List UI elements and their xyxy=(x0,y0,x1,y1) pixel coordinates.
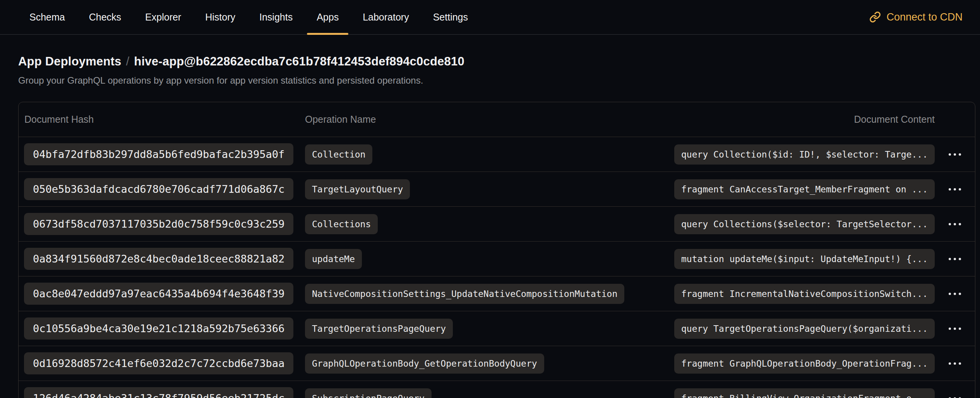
tab-settings[interactable]: Settings xyxy=(421,0,480,34)
document-content-cell: fragment GraphQLOperationBody_OperationF… xyxy=(671,353,935,374)
row-menu-button[interactable] xyxy=(935,207,975,241)
table-row: 050e5b363dafdcacd6780e706cadf771d06a867c… xyxy=(19,172,975,207)
tab-laboratory[interactable]: Laboratory xyxy=(351,0,421,34)
ellipsis-icon xyxy=(949,258,961,260)
ellipsis-icon xyxy=(949,153,961,156)
operation-name-cell: GraphQLOperationBody_GetOperationBodyQue… xyxy=(305,353,671,374)
row-menu-button[interactable] xyxy=(935,137,975,172)
table-row: 0ac8e047eddd97a97eac6435a4b694f4e3648f39… xyxy=(19,276,975,311)
table-row: 0c10556a9be4ca30e19e21c1218a592b75e63366… xyxy=(19,311,975,346)
operation-name-badge: SubscriptionPageQuery xyxy=(305,388,432,398)
row-menu-button[interactable] xyxy=(935,242,975,276)
nav-tabs: SchemaChecksExplorerHistoryInsightsAppsL… xyxy=(17,0,480,34)
table-row: 0673df58cd7037117035b2d0c758f59c0c93c259… xyxy=(19,207,975,242)
document-hash-badge: 126d46a4284abe31c13c78f7959d56eeb21725dc xyxy=(24,387,293,398)
breadcrumb-section[interactable]: App Deployments xyxy=(18,55,122,68)
app-deployments-table: Document Hash Operation Name Document Co… xyxy=(18,102,975,398)
tab-history[interactable]: History xyxy=(193,0,247,34)
operation-name-cell: SubscriptionPageQuery xyxy=(305,388,671,398)
document-hash-cell: 0c10556a9be4ca30e19e21c1218a592b75e63366 xyxy=(19,317,305,340)
column-header-operation-name: Operation Name xyxy=(305,114,671,125)
table-row: 0a834f91560d872e8c4bec0ade18ceec88821a82… xyxy=(19,242,975,276)
operation-name-cell: TargetOperationsPageQuery xyxy=(305,319,671,339)
document-hash-badge: 050e5b363dafdcacd6780e706cadf771d06a867c xyxy=(24,178,293,200)
document-hash-cell: 050e5b363dafdcacd6780e706cadf771d06a867c xyxy=(19,178,305,200)
table-body: 04bfa72dfb83b297dd8a5b6fed9bafac2b395a0f… xyxy=(19,137,975,398)
operation-name-cell: updateMe xyxy=(305,249,671,269)
tab-explorer[interactable]: Explorer xyxy=(133,0,193,34)
document-hash-cell: 126d46a4284abe31c13c78f7959d56eeb21725dc xyxy=(19,387,305,398)
ellipsis-icon xyxy=(949,188,961,190)
table-row: 04bfa72dfb83b297dd8a5b6fed9bafac2b395a0f… xyxy=(19,137,975,172)
operation-name-badge: Collections xyxy=(305,214,378,234)
connect-to-cdn-button[interactable]: Connect to CDN xyxy=(869,0,963,34)
document-hash-badge: 04bfa72dfb83b297dd8a5b6fed9bafac2b395a0f xyxy=(24,143,293,165)
document-content-badge: mutation updateMe($input: UpdateMeInput!… xyxy=(674,249,935,269)
document-hash-cell: 0a834f91560d872e8c4bec0ade18ceec88821a82 xyxy=(19,248,305,270)
document-hash-badge: 0ac8e047eddd97a97eac6435a4b694f4e3648f39 xyxy=(24,283,293,305)
breadcrumb: App Deployments/hive-app@b622862ecdba7c6… xyxy=(18,55,980,69)
tab-apps[interactable]: Apps xyxy=(305,0,351,34)
row-menu-button[interactable] xyxy=(935,276,975,311)
document-content-badge: fragment IncrementalNativeCompositionSwi… xyxy=(674,284,935,304)
document-hash-badge: 0a834f91560d872e8c4bec0ade18ceec88821a82 xyxy=(24,248,293,270)
document-content-badge: query Collection($id: ID!, $selector: Ta… xyxy=(674,144,935,165)
page-subtitle: Group your GraphQL operations by app ver… xyxy=(18,75,980,86)
column-header-document-content: Document Content xyxy=(671,114,935,125)
row-menu-button[interactable] xyxy=(935,311,975,346)
top-navigation: SchemaChecksExplorerHistoryInsightsAppsL… xyxy=(0,0,980,35)
tab-checks[interactable]: Checks xyxy=(77,0,133,34)
tab-insights[interactable]: Insights xyxy=(247,0,305,34)
document-hash-badge: 0c10556a9be4ca30e19e21c1218a592b75e63366 xyxy=(24,317,293,340)
document-content-badge: fragment GraphQLOperationBody_OperationF… xyxy=(674,353,935,374)
breadcrumb-deployment-name: hive-app@b622862ecdba7c61b78f412453def89… xyxy=(134,55,464,68)
document-content-cell: query Collection($id: ID!, $selector: Ta… xyxy=(671,144,935,165)
operation-name-badge: GraphQLOperationBody_GetOperationBodyQue… xyxy=(305,353,544,374)
row-menu-button[interactable] xyxy=(935,381,975,398)
operation-name-badge: updateMe xyxy=(305,249,362,269)
page-content: App Deployments/hive-app@b622862ecdba7c6… xyxy=(0,55,980,398)
operation-name-cell: Collection xyxy=(305,144,671,165)
table-header-row: Document Hash Operation Name Document Co… xyxy=(19,102,975,137)
operation-name-cell: Collections xyxy=(305,214,671,234)
document-content-badge: query TargetOperationsPageQuery($organiz… xyxy=(674,319,935,339)
document-content-cell: fragment CanAccessTarget_MemberFragment … xyxy=(671,179,935,199)
operation-name-cell: NativeCompositionSettings_UpdateNativeCo… xyxy=(305,284,671,304)
table-row: 0d16928d8572c41ef6e032d2c7c72ccbd6e73baa… xyxy=(19,346,975,381)
operation-name-badge: Collection xyxy=(305,144,372,165)
breadcrumb-separator: / xyxy=(126,55,130,68)
document-content-badge: fragment CanAccessTarget_MemberFragment … xyxy=(674,179,935,199)
ellipsis-icon xyxy=(949,223,961,225)
operation-name-badge: TargetOperationsPageQuery xyxy=(305,319,453,339)
row-menu-button[interactable] xyxy=(935,346,975,381)
document-hash-badge: 0673df58cd7037117035b2d0c758f59c0c93c259 xyxy=(24,213,293,235)
row-menu-button[interactable] xyxy=(935,172,975,206)
operation-name-badge: TargetLayoutQuery xyxy=(305,179,410,199)
ellipsis-icon xyxy=(949,362,961,365)
document-content-cell: fragment IncrementalNativeCompositionSwi… xyxy=(671,284,935,304)
document-content-cell: fragment BillingView_OrganizationFragmen… xyxy=(671,388,935,398)
ellipsis-icon xyxy=(949,328,961,330)
document-hash-cell: 04bfa72dfb83b297dd8a5b6fed9bafac2b395a0f xyxy=(19,143,305,165)
document-content-cell: query Collections($selector: TargetSelec… xyxy=(671,214,935,234)
column-header-document-hash: Document Hash xyxy=(19,114,305,125)
document-hash-cell: 0ac8e047eddd97a97eac6435a4b694f4e3648f39 xyxy=(19,283,305,305)
link-icon xyxy=(869,11,881,23)
ellipsis-icon xyxy=(949,293,961,295)
operation-name-badge: NativeCompositionSettings_UpdateNativeCo… xyxy=(305,284,624,304)
operation-name-cell: TargetLayoutQuery xyxy=(305,179,671,199)
document-content-cell: query TargetOperationsPageQuery($organiz… xyxy=(671,319,935,339)
document-hash-cell: 0d16928d8572c41ef6e032d2c7c72ccbd6e73baa xyxy=(19,352,305,374)
document-hash-badge: 0d16928d8572c41ef6e032d2c7c72ccbd6e73baa xyxy=(24,352,293,374)
connect-to-cdn-label: Connect to CDN xyxy=(886,11,963,23)
document-content-badge: fragment BillingView_OrganizationFragmen… xyxy=(674,388,935,398)
document-hash-cell: 0673df58cd7037117035b2d0c758f59c0c93c259 xyxy=(19,213,305,235)
tab-schema[interactable]: Schema xyxy=(17,0,77,34)
document-content-badge: query Collections($selector: TargetSelec… xyxy=(674,214,935,234)
document-content-cell: mutation updateMe($input: UpdateMeInput!… xyxy=(671,249,935,269)
table-row: 126d46a4284abe31c13c78f7959d56eeb21725dc… xyxy=(19,381,975,398)
